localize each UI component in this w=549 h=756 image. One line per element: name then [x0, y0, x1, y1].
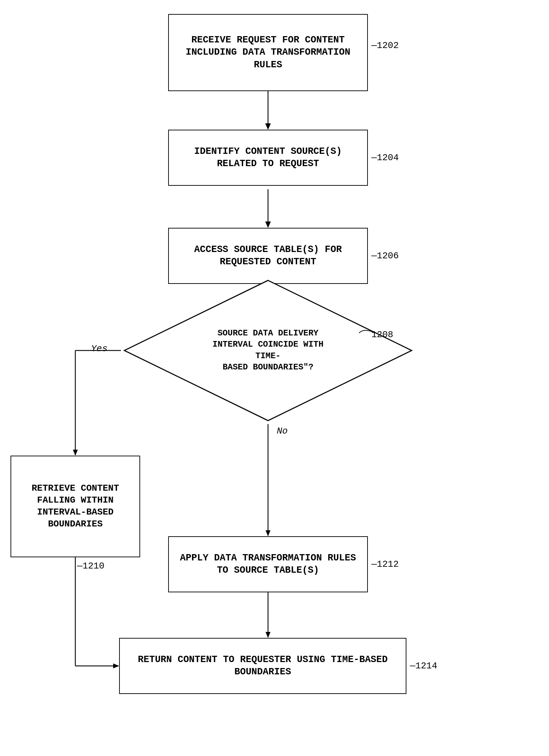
box-1210: RETRIEVE CONTENT FALLING WITHIN INTERVAL… [11, 456, 140, 557]
ref-1214: —1214 [410, 661, 437, 671]
box-1214: RETURN CONTENT TO REQUESTER USING TIME-B… [119, 638, 406, 694]
svg-marker-18 [266, 632, 270, 638]
box-1214-label: RETURN CONTENT TO REQUESTER USING TIME-B… [125, 654, 400, 678]
box-1204: IDENTIFY CONTENT SOURCE(S) RELATED TO RE… [168, 130, 368, 186]
ref-1210: —1210 [77, 561, 104, 571]
ref-1208-curve [357, 326, 378, 336]
svg-marker-3 [265, 222, 271, 228]
svg-marker-13 [266, 530, 270, 536]
svg-marker-16 [113, 663, 119, 668]
yes-label: Yes [91, 343, 108, 354]
ref-1204: —1204 [371, 152, 399, 163]
flowchart-diagram: RECEIVE REQUEST FOR CONTENT INCLUDING DA… [0, 0, 549, 756]
box-1212-label: APPLY DATA TRANSFORMATION RULES TO SOURC… [174, 552, 362, 577]
ref-1202: —1202 [371, 40, 399, 51]
box-1210-label: RETRIEVE CONTENT FALLING WITHIN INTERVAL… [16, 483, 134, 530]
box-1206-label: ACCESS SOURCE TABLE(S) FOR REQUESTED CON… [174, 244, 362, 268]
ref-1206: —1206 [371, 251, 399, 261]
diamond-1208-text: SOURCE DATA DELIVERYINTERVAL COINCIDE WI… [203, 328, 333, 373]
box-1206: ACCESS SOURCE TABLE(S) FOR REQUESTED CON… [168, 228, 368, 284]
diamond-1208-container: SOURCE DATA DELIVERYINTERVAL COINCIDE WI… [121, 277, 415, 424]
svg-marker-1 [265, 123, 271, 130]
box-1204-label: IDENTIFY CONTENT SOURCE(S) RELATED TO RE… [174, 145, 362, 170]
svg-marker-11 [73, 450, 78, 456]
box-1212: APPLY DATA TRANSFORMATION RULES TO SOURC… [168, 536, 368, 592]
ref-1212: —1212 [371, 559, 399, 570]
box-1202: RECEIVE REQUEST FOR CONTENT INCLUDING DA… [168, 14, 368, 91]
no-label: No [277, 426, 288, 436]
box-1202-label: RECEIVE REQUEST FOR CONTENT INCLUDING DA… [174, 34, 362, 71]
